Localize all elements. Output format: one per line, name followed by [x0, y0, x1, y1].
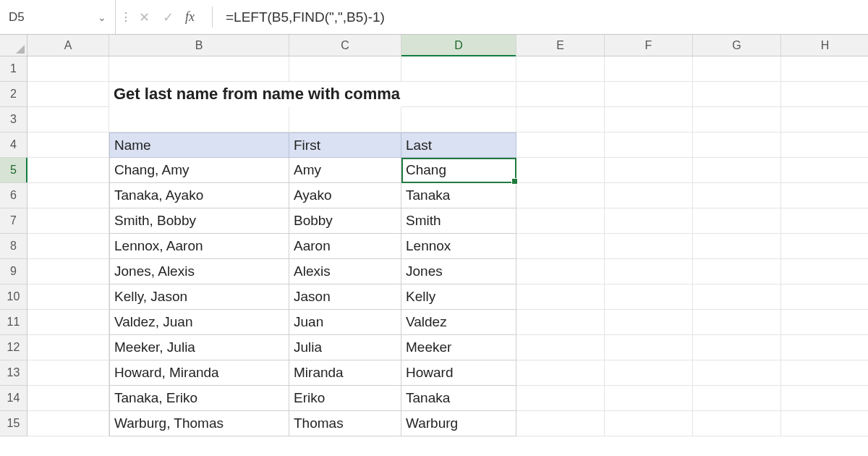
- row-header-9[interactable]: 9: [0, 259, 27, 284]
- cell-h14[interactable]: [781, 386, 868, 411]
- cell-c10[interactable]: Jason: [289, 284, 401, 310]
- row-header-1[interactable]: 1: [0, 56, 27, 82]
- column-header-h[interactable]: H: [781, 35, 868, 56]
- cell-c11[interactable]: Juan: [289, 310, 401, 335]
- cell-e15[interactable]: [516, 411, 605, 436]
- cell-g7[interactable]: [693, 208, 781, 234]
- cell-a4[interactable]: [27, 132, 109, 158]
- cell-g10[interactable]: [693, 284, 781, 310]
- cell-f8[interactable]: [605, 234, 693, 259]
- cell-d8[interactable]: Lennox: [401, 234, 516, 259]
- cell-g13[interactable]: [693, 360, 781, 386]
- row-header-15[interactable]: 15: [0, 411, 27, 436]
- cell-f4[interactable]: [605, 132, 693, 158]
- column-header-f[interactable]: F: [605, 35, 693, 56]
- column-header-b[interactable]: B: [109, 35, 289, 56]
- cell-e7[interactable]: [516, 208, 605, 234]
- row-header-8[interactable]: 8: [0, 234, 27, 259]
- row-header-4[interactable]: 4: [0, 132, 27, 158]
- cell-g6[interactable]: [693, 183, 781, 208]
- cell-b5[interactable]: Chang, Amy: [109, 158, 289, 183]
- cell-d1[interactable]: [401, 56, 516, 82]
- cell-d7[interactable]: Smith: [401, 208, 516, 234]
- fx-icon[interactable]: fx: [184, 9, 199, 25]
- cell-e9[interactable]: [516, 259, 605, 284]
- column-header-d[interactable]: D: [401, 35, 516, 56]
- column-header-c[interactable]: C: [289, 35, 401, 56]
- row-header-11[interactable]: 11: [0, 310, 27, 335]
- cell-h8[interactable]: [781, 234, 868, 259]
- row-header-2[interactable]: 2: [0, 82, 27, 107]
- cell-b12[interactable]: Meeker, Julia: [109, 335, 289, 360]
- cell-h6[interactable]: [781, 183, 868, 208]
- cell-b13[interactable]: Howard, Miranda: [109, 360, 289, 386]
- cell-a10[interactable]: [27, 284, 109, 310]
- cell-f5[interactable]: [605, 158, 693, 183]
- cell-h15[interactable]: [781, 411, 868, 436]
- cells-area[interactable]: Get last name from name with comma: [27, 56, 868, 456]
- select-all-corner[interactable]: [0, 35, 27, 56]
- cell-b14[interactable]: Tanaka, Eriko: [109, 386, 289, 411]
- cell-b3[interactable]: [109, 107, 289, 132]
- cell-a1[interactable]: [27, 56, 109, 82]
- cell-g8[interactable]: [693, 234, 781, 259]
- row-header-14[interactable]: 14: [0, 386, 27, 411]
- row-header-5[interactable]: 5: [0, 158, 27, 183]
- cell-f7[interactable]: [605, 208, 693, 234]
- cell-f10[interactable]: [605, 284, 693, 310]
- row-header-12[interactable]: 12: [0, 335, 27, 360]
- cell-d14[interactable]: Tanaka: [401, 386, 516, 411]
- cell-a5[interactable]: [27, 158, 109, 183]
- row-header-7[interactable]: 7: [0, 208, 27, 234]
- cell-d3[interactable]: [401, 107, 516, 132]
- column-header-a[interactable]: A: [27, 35, 109, 56]
- cell-g5[interactable]: [693, 158, 781, 183]
- formula-input[interactable]: [221, 0, 868, 34]
- header-first[interactable]: First: [289, 132, 401, 158]
- row-header-3[interactable]: 3: [0, 107, 27, 132]
- cell-d2[interactable]: [401, 82, 516, 107]
- cell-c13[interactable]: Miranda: [289, 360, 401, 386]
- cell-c14[interactable]: Eriko: [289, 386, 401, 411]
- cell-h7[interactable]: [781, 208, 868, 234]
- row-header-13[interactable]: 13: [0, 360, 27, 386]
- cell-b7[interactable]: Smith, Bobby: [109, 208, 289, 234]
- cell-d15[interactable]: Warburg: [401, 411, 516, 436]
- cell-e4[interactable]: [516, 132, 605, 158]
- cell-h2[interactable]: [781, 82, 868, 107]
- cell-d6[interactable]: Tanaka: [401, 183, 516, 208]
- cell-g14[interactable]: [693, 386, 781, 411]
- cell-g2[interactable]: [693, 82, 781, 107]
- cell-c15[interactable]: Thomas: [289, 411, 401, 436]
- cell-c2[interactable]: [289, 82, 401, 107]
- cell-a3[interactable]: [27, 107, 109, 132]
- cell-b15[interactable]: Warburg, Thomas: [109, 411, 289, 436]
- cell-b8[interactable]: Lennox, Aaron: [109, 234, 289, 259]
- cell-c9[interactable]: Alexis: [289, 259, 401, 284]
- header-last[interactable]: Last: [401, 132, 516, 158]
- cell-e12[interactable]: [516, 335, 605, 360]
- cell-g15[interactable]: [693, 411, 781, 436]
- cancel-formula-icon[interactable]: ✕: [136, 9, 153, 25]
- cell-d10[interactable]: Kelly: [401, 284, 516, 310]
- cell-h13[interactable]: [781, 360, 868, 386]
- cell-e6[interactable]: [516, 183, 605, 208]
- cell-g1[interactable]: [693, 56, 781, 82]
- cell-d5[interactable]: Chang: [401, 158, 516, 183]
- cell-f15[interactable]: [605, 411, 693, 436]
- cell-b2-title[interactable]: Get last name from name with comma: [109, 82, 289, 107]
- cell-a2[interactable]: [27, 82, 109, 107]
- cell-f3[interactable]: [605, 107, 693, 132]
- cell-e5[interactable]: [516, 158, 605, 183]
- cell-a8[interactable]: [27, 234, 109, 259]
- cell-c12[interactable]: Julia: [289, 335, 401, 360]
- row-header-6[interactable]: 6: [0, 183, 27, 208]
- cell-g3[interactable]: [693, 107, 781, 132]
- cell-h10[interactable]: [781, 284, 868, 310]
- cell-h11[interactable]: [781, 310, 868, 335]
- cell-d12[interactable]: Meeker: [401, 335, 516, 360]
- cell-c1[interactable]: [289, 56, 401, 82]
- cell-h4[interactable]: [781, 132, 868, 158]
- cell-h5[interactable]: [781, 158, 868, 183]
- cell-f6[interactable]: [605, 183, 693, 208]
